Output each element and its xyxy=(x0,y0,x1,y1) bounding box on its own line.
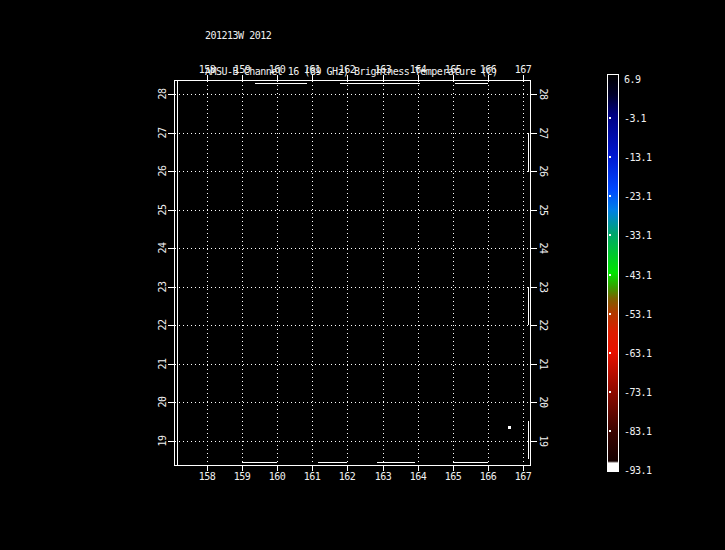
colorbar-tick xyxy=(609,430,611,432)
storm-id: 201213W 2012 xyxy=(205,30,498,42)
x-tick-top xyxy=(242,75,243,80)
colorbar-tick xyxy=(609,195,611,197)
x-axis-tick-label-bottom: 163 xyxy=(375,471,392,482)
gridline-vertical xyxy=(277,81,278,465)
colorbar-tick-label: -63.1 xyxy=(624,348,652,359)
y-tick-right xyxy=(531,248,537,249)
x-axis-tick-label-bottom: 164 xyxy=(410,471,427,482)
gridline-vertical xyxy=(453,81,454,465)
gridline-vertical xyxy=(312,81,313,465)
colorbar-tick-label: -23.1 xyxy=(624,191,652,202)
x-axis-tick-label-top: 163 xyxy=(375,64,392,75)
y-axis-tick-label-left: 27 xyxy=(157,127,168,138)
y-tick-right xyxy=(531,364,537,365)
y-tick-left xyxy=(168,94,174,95)
y-tick-left xyxy=(168,441,174,442)
y-axis-tick-label-right: 23 xyxy=(538,281,549,292)
gridline-horizontal xyxy=(175,325,530,326)
colorbar-tick xyxy=(609,156,611,158)
y-tick-right xyxy=(531,133,537,134)
y-tick-right xyxy=(531,325,537,326)
swath-edge-segment xyxy=(528,287,529,325)
y-tick-right xyxy=(531,94,537,95)
x-axis-tick-label-top: 158 xyxy=(199,64,216,75)
y-tick-left xyxy=(168,171,174,172)
island-marker xyxy=(508,426,511,429)
gridline-horizontal xyxy=(175,364,530,365)
y-tick-left xyxy=(168,325,174,326)
y-axis-tick-label-left: 22 xyxy=(157,319,168,330)
x-tick-top xyxy=(488,75,489,80)
y-axis-tick-label-right: 26 xyxy=(538,165,549,176)
gridline-vertical xyxy=(347,81,348,465)
x-tick-top xyxy=(523,75,524,80)
x-tick-top xyxy=(418,75,419,80)
y-axis-tick-label-left: 25 xyxy=(157,204,168,215)
colorbar-tick xyxy=(609,313,611,315)
colorbar-tick-label: -93.1 xyxy=(624,465,652,476)
y-tick-left xyxy=(168,402,174,403)
x-axis-tick-label-bottom: 162 xyxy=(339,471,356,482)
gridline-horizontal xyxy=(175,171,530,172)
y-tick-right xyxy=(531,441,537,442)
gridline-horizontal xyxy=(175,94,530,95)
y-axis-tick-label-left: 26 xyxy=(157,165,168,176)
y-axis-tick-label-right: 25 xyxy=(538,204,549,215)
y-tick-left xyxy=(168,248,174,249)
x-tick-top xyxy=(277,75,278,80)
colorbar-tick xyxy=(609,117,611,119)
gridline-horizontal xyxy=(175,441,530,442)
y-axis-tick-label-left: 28 xyxy=(157,88,168,99)
gridline-vertical xyxy=(383,81,384,465)
colorbar-tick-label: -83.1 xyxy=(624,426,652,437)
x-axis-tick-label-bottom: 166 xyxy=(480,471,497,482)
colorbar xyxy=(607,74,619,472)
y-tick-right xyxy=(531,287,537,288)
y-axis-tick-label-right: 19 xyxy=(538,435,549,446)
x-axis-tick-label-bottom: 159 xyxy=(234,471,251,482)
swath-edge-segment xyxy=(453,462,488,463)
gridline-vertical xyxy=(207,81,208,465)
colorbar-tick-label: -73.1 xyxy=(624,387,652,398)
y-tick-right xyxy=(531,171,537,172)
y-axis-tick-label-right: 28 xyxy=(538,88,549,99)
x-axis-tick-label-top: 159 xyxy=(234,64,251,75)
y-axis-tick-label-right: 27 xyxy=(538,127,549,138)
y-axis-tick-label-right: 20 xyxy=(538,396,549,407)
screenshot-root: 201213W 2012 AMSU-B Channel 16 (89 GHz) … xyxy=(0,0,725,550)
y-axis-tick-label-right: 24 xyxy=(538,242,549,253)
x-axis-tick-label-top: 166 xyxy=(480,64,497,75)
colorbar-tick-label: -3.1 xyxy=(624,113,646,124)
colorbar-tick-label: -53.1 xyxy=(624,309,652,320)
swath-edge-segment xyxy=(318,462,347,463)
swath-edge-segment xyxy=(528,133,529,172)
gridline-horizontal xyxy=(175,248,530,249)
gridline-vertical xyxy=(242,81,243,465)
y-axis-tick-label-left: 19 xyxy=(157,435,168,446)
y-axis-tick-label-left: 20 xyxy=(157,396,168,407)
y-tick-right xyxy=(531,402,537,403)
gridline-horizontal xyxy=(175,287,530,288)
x-axis-tick-label-bottom: 167 xyxy=(515,471,532,482)
colorbar-tick xyxy=(609,391,611,393)
colorbar-tick xyxy=(609,352,611,354)
y-tick-left xyxy=(168,364,174,365)
gridline-vertical xyxy=(523,81,524,465)
x-axis-tick-label-top: 162 xyxy=(339,64,356,75)
swath-edge-segment xyxy=(177,81,178,465)
colorbar-tick-label: -33.1 xyxy=(624,230,652,241)
gridline-vertical xyxy=(418,81,419,465)
x-axis-tick-label-bottom: 160 xyxy=(269,471,286,482)
gridline-horizontal xyxy=(175,210,530,211)
gridline-horizontal xyxy=(175,402,530,403)
colorbar-tick-label: 6.9 xyxy=(624,74,641,85)
y-tick-left xyxy=(168,210,174,211)
y-axis-tick-label-right: 21 xyxy=(538,358,549,369)
x-axis-tick-label-top: 167 xyxy=(515,64,532,75)
y-axis-tick-label-right: 22 xyxy=(538,319,549,330)
x-tick-top xyxy=(453,75,454,80)
x-axis-tick-label-top: 161 xyxy=(304,64,321,75)
map-plot-frame xyxy=(174,80,531,466)
swath-edge-segment xyxy=(255,83,307,84)
y-axis-tick-label-left: 23 xyxy=(157,281,168,292)
